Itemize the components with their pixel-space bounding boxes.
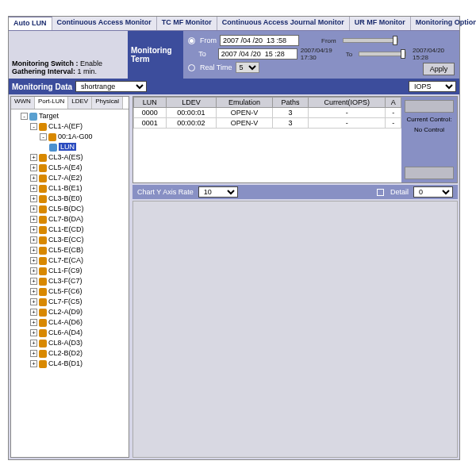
tree-node[interactable]: +CL7-B(DA): [13, 214, 127, 225]
tree-node[interactable]: +CL3-A(ES): [13, 152, 127, 163]
range-start: 2007/04/19 17:30: [301, 47, 343, 61]
radio-from[interactable]: [188, 37, 195, 44]
interval-label: Gathering Interval:: [12, 67, 75, 75]
tree-node[interactable]: -CL1-A(EF): [13, 121, 127, 132]
tab-auto-lun[interactable]: Auto LUN: [9, 17, 52, 30]
tab-tcmf[interactable]: TC MF Monitor: [157, 17, 217, 30]
mode-select[interactable]: shortrange: [75, 81, 147, 92]
tree-root[interactable]: -Target: [13, 111, 127, 121]
tree-node[interactable]: +CL1-B(E1): [13, 183, 127, 194]
side-buttons: Current Control: No Control: [401, 97, 457, 182]
tree-node[interactable]: +CL3-B(E0): [13, 194, 127, 204]
detail-select[interactable]: 0: [413, 186, 453, 198]
metric-select[interactable]: IOPS: [409, 81, 456, 92]
realtime-select[interactable]: 5: [236, 62, 259, 73]
interval-value: 1 min.: [78, 67, 98, 75]
range-to-label: To: [346, 51, 352, 58]
term-controls: From From To 2007/04/19 17:30 To 2007/04…: [183, 31, 459, 79]
tree-node[interactable]: +CL4-B(D1): [13, 359, 127, 369]
term-title: Monitoring Term: [128, 31, 183, 79]
col-header[interactable]: Paths: [272, 98, 308, 108]
tree-panel: WWN Port-LUN LDEV Physical -Target -CL1-…: [10, 96, 129, 458]
subtab-ldev[interactable]: LDEV: [68, 97, 92, 109]
detail-label: Detail: [390, 188, 409, 196]
detail-check[interactable]: [377, 189, 384, 196]
tab-cont-journal[interactable]: Continuous Access Journal Monitor: [217, 17, 350, 30]
subtab-wwn[interactable]: WWN: [11, 97, 35, 109]
current-control-label: Current Control:: [405, 116, 454, 123]
monitoring-data-bar: Monitoring Data shortrange IOPS: [9, 79, 459, 94]
subtab-portlun[interactable]: Port-LUN: [35, 97, 68, 109]
side-btn-1[interactable]: [405, 100, 454, 113]
tab-mon-options[interactable]: Monitoring Options: [411, 17, 476, 30]
chart-area: [132, 201, 458, 458]
table-row[interactable]: 000000:00:01OPEN-V3--: [134, 108, 401, 118]
table-row[interactable]: 000100:00:02OPEN-V3--: [134, 118, 401, 129]
monitoring-term-panel: Monitoring Switch : Enable Gathering Int…: [9, 31, 459, 79]
tree-node[interactable]: +CL1-E(CD): [13, 225, 127, 235]
app-window: Auto LUN Continuous Access Monitor TC MF…: [8, 16, 460, 460]
current-control-value: No Control: [405, 126, 454, 133]
to-input[interactable]: [218, 48, 298, 60]
col-header[interactable]: LUN: [134, 98, 167, 108]
tree-node[interactable]: +CL7-E(CA): [13, 255, 127, 266]
from-slider[interactable]: [343, 38, 398, 43]
switch-label: Monitoring Switch :: [12, 60, 79, 67]
tree-node[interactable]: +CL1-F(C9): [13, 266, 127, 276]
from-label: From: [200, 36, 217, 44]
to-slider[interactable]: [359, 52, 406, 56]
col-header[interactable]: Emulation: [217, 98, 273, 108]
switch-value: Enable: [80, 60, 102, 67]
table-panel: LUNLDEVEmulationPathsCurrent(IOPS)A 0000…: [132, 96, 458, 183]
tree-node[interactable]: +CL6-A(D4): [13, 328, 127, 338]
tab-cont-access[interactable]: Continuous Access Monitor: [52, 17, 157, 30]
main-area: WWN Port-LUN LDEV Physical -Target -CL1-…: [9, 94, 459, 459]
tree-node[interactable]: +CL8-A(D3): [13, 338, 127, 348]
radio-realtime[interactable]: [188, 64, 195, 71]
col-header[interactable]: Current(IOPS): [309, 98, 386, 108]
chart-rate-select[interactable]: 10: [198, 186, 238, 198]
subtab-physical[interactable]: Physical: [92, 97, 123, 109]
tree-node[interactable]: -00:1A-G00: [13, 132, 127, 142]
chart-bar: Chart Y Axis Rate 10 Detail 0: [132, 185, 458, 199]
to-label: To: [198, 50, 206, 58]
tree-node[interactable]: +CL5-F(C6): [13, 286, 127, 297]
realtime-label: Real Time: [200, 63, 232, 71]
status-panel: Monitoring Switch : Enable Gathering Int…: [9, 31, 128, 79]
tree-node[interactable]: +CL7-A(E2): [13, 173, 127, 183]
tab-urmf[interactable]: UR MF Monitor: [350, 17, 411, 30]
tree-node[interactable]: +CL3-F(C7): [13, 276, 127, 286]
tree-node[interactable]: +CL5-B(DC): [13, 204, 127, 214]
tree-node[interactable]: +CL5-A(E4): [13, 163, 127, 173]
tree-tabs: WWN Port-LUN LDEV Physical: [11, 97, 129, 109]
tree-node[interactable]: +CL4-A(D6): [13, 317, 127, 328]
data-label: Monitoring Data: [12, 83, 72, 91]
tree-node[interactable]: +CL2-B(D2): [13, 348, 127, 359]
col-header[interactable]: A: [386, 98, 401, 108]
col-header[interactable]: LDEV: [166, 98, 216, 108]
tree-node-selected[interactable]: LUN: [13, 142, 127, 152]
lun-table: LUNLDEVEmulationPathsCurrent(IOPS)A 0000…: [133, 97, 401, 129]
apply-button[interactable]: Apply: [423, 63, 455, 75]
from-input[interactable]: [220, 35, 299, 46]
tree-node[interactable]: +CL5-E(CB): [13, 245, 127, 255]
tree-node[interactable]: +CL7-F(C5): [13, 297, 127, 307]
right-panel: LUNLDEVEmulationPathsCurrent(IOPS)A 0000…: [132, 96, 458, 458]
side-btn-2[interactable]: [405, 167, 454, 179]
tree-node[interactable]: +CL2-A(D9): [13, 307, 127, 317]
chart-rate-label: Chart Y Axis Rate: [137, 188, 194, 196]
range-from-label: From: [321, 37, 336, 44]
main-tabs: Auto LUN Continuous Access Monitor TC MF…: [9, 17, 459, 31]
range-end: 2007/04/20 15:28: [413, 47, 455, 61]
tree[interactable]: -Target -CL1-A(EF) -00:1A-G00 LUN +CL3-A…: [11, 109, 129, 457]
tree-node[interactable]: +CL3-E(CC): [13, 235, 127, 245]
